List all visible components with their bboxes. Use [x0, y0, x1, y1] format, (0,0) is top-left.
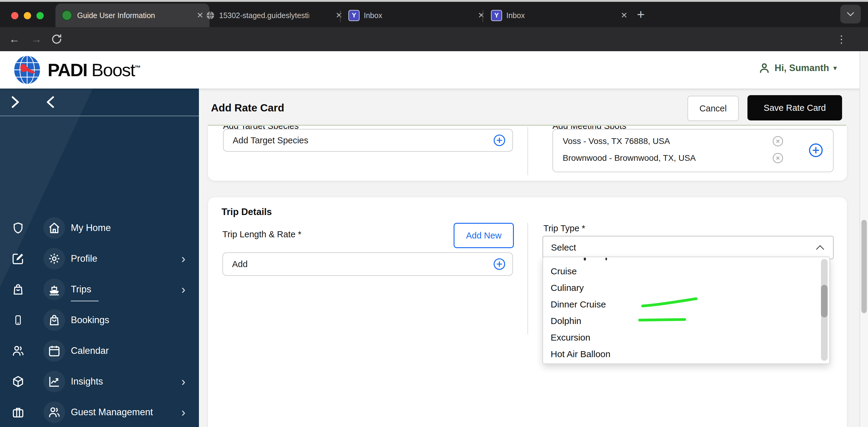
active-item-underline [71, 300, 98, 301]
sidebar: My Home Profile › [0, 89, 199, 427]
sidebar-collapse-icon[interactable] [44, 95, 57, 109]
sidebar-item-my-home[interactable]: My Home [0, 212, 199, 243]
sidebar-item-trips[interactable]: Trips › [0, 274, 199, 305]
tab-inbox-1[interactable]: Y Inbox ✕ [344, 4, 490, 27]
tab-staged-site[interactable]: 15302-staged.guideslytesting ✕ [201, 4, 347, 27]
caret-down-icon: ▾ [833, 64, 837, 72]
meeting-spot-row: Voss - Voss, TX 76888, USA [563, 134, 826, 148]
trip-type-label: Trip Type * [544, 224, 585, 233]
yahoo-favicon: Y [348, 10, 360, 21]
home-icon [48, 221, 61, 235]
target-species-input[interactable]: Add Target Species [223, 129, 513, 152]
shield-icon[interactable] [11, 221, 25, 235]
trip-details-column-divider [527, 223, 528, 334]
chevron-right-icon: › [181, 274, 185, 305]
target-species-placeholder: Add Target Species [233, 135, 308, 145]
meeting-spot-row: Brownwood - Brownwood, TX, USA [563, 151, 826, 165]
sidebar-item-profile[interactable]: Profile › [0, 243, 199, 274]
tab-separator [483, 10, 483, 22]
add-meeting-spot-plus-icon[interactable] [808, 143, 824, 158]
sidebar-item-label: Profile [71, 243, 97, 274]
add-trip-length-plus-icon[interactable] [493, 258, 506, 270]
sidebar-expand-icon[interactable] [9, 95, 21, 109]
people-icon [48, 406, 61, 419]
tab-separator [340, 10, 341, 22]
dropdown-scrollbar-thumb[interactable] [821, 285, 828, 318]
greeting-text: Hi, Sumanth [775, 63, 829, 73]
trip-details-heading: Trip Details [221, 206, 272, 218]
tab-title: 15302-staged.guideslytesting [219, 11, 310, 20]
traffic-minimize-button[interactable] [24, 12, 31, 19]
cancel-button[interactable]: Cancel [687, 96, 739, 121]
trip-length-add-input[interactable]: Add [222, 252, 513, 276]
option-cruise[interactable]: Cruise [551, 266, 577, 276]
screen: Guide User Information ✕ 15302-staged.gu… [0, 0, 868, 427]
sidebar-item-calendar[interactable]: Calendar [0, 335, 199, 366]
add-species-plus-icon[interactable] [493, 134, 506, 146]
remove-spot-icon[interactable] [772, 135, 784, 147]
traffic-zoom-button[interactable] [36, 12, 44, 19]
remove-spot-icon[interactable] [772, 152, 784, 164]
page-scrollbar-track[interactable] [860, 51, 868, 427]
sidebar-item-label: Trips [71, 274, 91, 305]
sidebar-item-label: My Home [71, 212, 111, 243]
option-culinary[interactable]: Culinary [551, 283, 584, 293]
forward-icon[interactable]: → [31, 27, 42, 51]
tab-inbox-2[interactable]: Y Inbox ✕ [486, 4, 632, 27]
people-icon[interactable] [11, 344, 25, 357]
calendar-icon [48, 344, 61, 357]
edit-square-icon[interactable] [11, 252, 25, 265]
page-title: Add Rate Card [211, 102, 284, 114]
brand-trademark: ™ [135, 64, 140, 71]
traffic-close-button[interactable] [11, 12, 19, 19]
page-header: Add Rate Card Cancel Save Rate Card [199, 89, 860, 126]
clipped-option-fragment [584, 258, 586, 260]
meeting-spot-text: Brownwood - Brownwood, TX, USA [563, 153, 695, 163]
app-header: PADI Boost™ Hi, Sumanth ▾ [0, 51, 868, 89]
trip-type-select[interactable]: Select [542, 236, 834, 259]
trip-type-dropdown: Cruise Culinary Dinner Cruise Dolphin Ex… [542, 257, 830, 364]
option-dinner-cruise[interactable]: Dinner Cruise [551, 299, 606, 309]
tab-close-icon[interactable]: ✕ [621, 10, 627, 20]
meeting-spot-text: Voss - Voss, TX 76888, USA [563, 136, 670, 146]
phone-icon[interactable] [13, 314, 24, 327]
yahoo-favicon: Y [491, 10, 502, 21]
guidesly-favicon [61, 10, 72, 21]
reload-icon[interactable] [51, 33, 63, 45]
save-rate-card-button[interactable]: Save Rate Card [747, 95, 842, 121]
chart-line-icon [48, 375, 61, 388]
brand-padi: PADI [48, 60, 87, 80]
chevron-right-icon: › [181, 397, 185, 427]
clipped-option-fragment [606, 258, 607, 260]
option-dolphin[interactable]: Dolphin [551, 316, 581, 326]
user-icon [758, 62, 770, 74]
option-excursion[interactable]: Excursion [551, 332, 590, 343]
browser-toolbar: ← → staging-admin.guidesly.com/padi-boos… [0, 27, 868, 51]
card-column-divider [527, 127, 528, 175]
back-icon[interactable]: ← [9, 27, 20, 51]
gear-icon [48, 252, 61, 265]
briefcase-icon[interactable] [11, 406, 25, 419]
cube-icon[interactable] [11, 375, 25, 388]
account-menu[interactable]: Hi, Sumanth ▾ [758, 62, 837, 74]
sidebar-item-label: Bookings [71, 305, 110, 335]
sidebar-item-insights[interactable]: Insights › [0, 366, 199, 397]
tab-guide-user-information[interactable]: Guide User Information ✕ [56, 4, 210, 27]
new-tab-button[interactable]: + [632, 6, 649, 23]
browser-menu-icon[interactable]: ⋮ [837, 31, 846, 47]
globe-favicon [206, 11, 215, 20]
tab-title: Inbox [364, 11, 382, 20]
brand-boost: Boost [92, 60, 135, 80]
option-hot-air-balloon[interactable]: Hot Air Balloon [551, 349, 610, 359]
add-new-button[interactable]: Add New [454, 223, 514, 248]
tab-search-chevron-button[interactable] [840, 5, 861, 24]
page-scrollbar-thumb[interactable] [861, 220, 867, 313]
tab-close-icon[interactable]: ✕ [478, 10, 485, 20]
chevron-right-icon: › [181, 243, 185, 274]
shopping-bag-icon[interactable] [11, 283, 25, 296]
sidebar-item-bookings[interactable]: Bookings [0, 305, 199, 335]
tab-title: Guide User Information [77, 11, 155, 20]
sidebar-item-guest-management[interactable]: Guest Management › [0, 397, 199, 427]
tab-close-icon[interactable]: ✕ [336, 10, 342, 20]
trip-type-value: Select [551, 242, 576, 253]
